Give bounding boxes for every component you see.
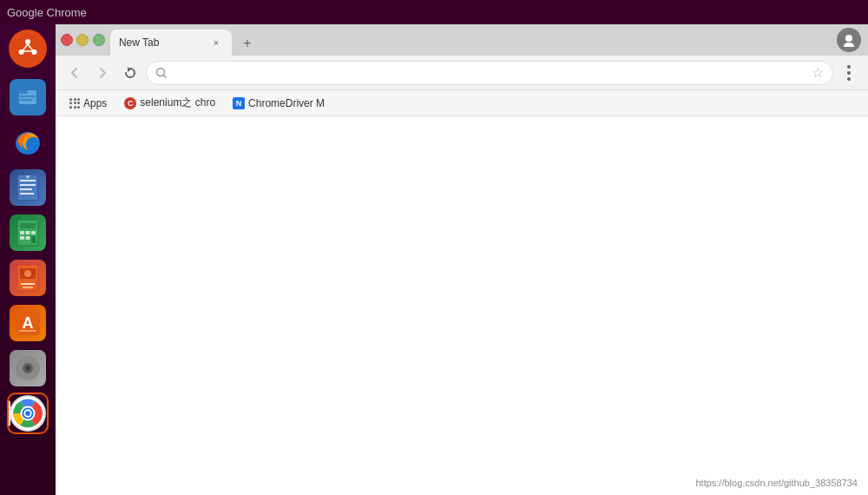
bookmark-selenium-label: selenium之 chro [140, 96, 215, 110]
window-minimize-button[interactable] [76, 34, 89, 46]
address-bar[interactable]: ☆ [146, 61, 833, 85]
window-controls [56, 24, 110, 56]
sidebar-icon-software-center[interactable]: A [7, 302, 49, 344]
ubuntu-logo-icon [9, 30, 47, 68]
svg-rect-30 [23, 287, 33, 288]
forward-button[interactable] [90, 61, 115, 85]
svg-rect-23 [26, 236, 30, 240]
dots-menu-icon [844, 62, 854, 84]
bookmark-chromedriver[interactable]: N ChromeDriver M [226, 95, 332, 112]
sidebar-icon-files[interactable] [7, 76, 49, 118]
svg-line-54 [163, 75, 166, 77]
navigation-toolbar: ☆ [56, 56, 868, 90]
title-bar-text: Google Chrome [7, 6, 87, 19]
software-center-icon: A [10, 305, 46, 341]
window-maximize-button[interactable] [93, 34, 105, 46]
bookmark-apps[interactable]: Apps [62, 95, 114, 112]
bookmark-selenium[interactable]: C selenium之 chro [117, 93, 222, 113]
status-url: https://blog.csdn.net/github_38358734 [695, 478, 858, 488]
profile-button[interactable] [837, 28, 861, 52]
bookmark-chromedriver-label: ChromeDriver M [248, 97, 325, 109]
svg-rect-13 [20, 188, 32, 190]
search-icon [155, 67, 168, 79]
impress-icon [10, 260, 46, 296]
chrome-header: New Tab × + [56, 24, 868, 56]
firefox-icon [10, 124, 46, 161]
chrome-header-right [830, 24, 868, 56]
sidebar-icon-writer[interactable]: W [7, 167, 49, 208]
bookmark-star-button[interactable]: ☆ [812, 64, 824, 81]
url-input[interactable] [173, 66, 806, 79]
back-button[interactable] [62, 61, 87, 85]
svg-rect-33 [19, 330, 36, 332]
svg-point-50 [25, 411, 30, 416]
svg-text:W: W [26, 175, 30, 179]
files-icon [10, 79, 46, 116]
unity-sidebar: W [0, 24, 56, 495]
browser-content: https://blog.csdn.net/github_38358734 [56, 116, 868, 495]
svg-rect-7 [20, 99, 32, 101]
svg-rect-19 [20, 231, 24, 234]
svg-rect-39 [16, 367, 20, 370]
svg-rect-18 [20, 223, 36, 228]
svg-rect-12 [20, 184, 36, 186]
chrome-menu-button[interactable] [837, 61, 861, 85]
svg-rect-38 [27, 376, 30, 380]
svg-rect-14 [20, 193, 34, 195]
svg-marker-52 [128, 67, 131, 72]
svg-rect-29 [21, 283, 35, 285]
svg-rect-11 [20, 180, 36, 182]
tab-label: New Tab [119, 36, 159, 49]
svg-rect-5 [19, 90, 28, 94]
sidebar-icon-calc[interactable] [7, 212, 49, 254]
svg-point-51 [845, 35, 852, 42]
svg-point-1 [25, 39, 30, 44]
svg-rect-21 [31, 231, 36, 234]
sidebar-icon-chrome[interactable] [7, 393, 49, 434]
selenium-favicon-icon: C [124, 97, 136, 109]
settings-icon [10, 350, 46, 386]
sidebar-icon-ubuntu[interactable] [7, 28, 49, 69]
calc-icon [10, 214, 46, 251]
sidebar-icon-settings[interactable] [7, 347, 49, 389]
chromedriver-favicon-icon: N [233, 97, 245, 109]
svg-rect-37 [27, 356, 30, 360]
svg-rect-22 [20, 236, 24, 240]
bookmarks-bar: Apps C selenium之 chro N ChromeDriver M [56, 90, 868, 116]
sidebar-icon-firefox[interactable] [7, 122, 49, 163]
sidebar-icon-impress[interactable] [7, 257, 49, 299]
active-indicator [7, 400, 10, 426]
tab-new-tab[interactable]: New Tab × [110, 30, 232, 56]
window-close-button[interactable] [61, 34, 73, 46]
svg-point-28 [24, 270, 31, 277]
svg-point-36 [25, 366, 30, 371]
bookmark-apps-label: Apps [83, 97, 107, 109]
svg-rect-24 [31, 236, 36, 243]
writer-icon: W [10, 169, 46, 206]
browser-area: New Tab × + [56, 24, 868, 495]
svg-rect-40 [36, 367, 40, 370]
svg-rect-20 [26, 231, 30, 234]
svg-text:A: A [23, 314, 34, 332]
new-tab-button[interactable]: + [235, 31, 260, 56]
chrome-icon [10, 395, 46, 432]
tab-close-button[interactable]: × [209, 36, 223, 50]
main-layout: W [0, 24, 868, 495]
reload-button[interactable] [118, 61, 142, 85]
svg-rect-6 [20, 96, 36, 97]
title-bar: Google Chrome [0, 0, 868, 24]
tab-area: New Tab × + [110, 24, 830, 56]
apps-grid-icon [69, 98, 80, 109]
